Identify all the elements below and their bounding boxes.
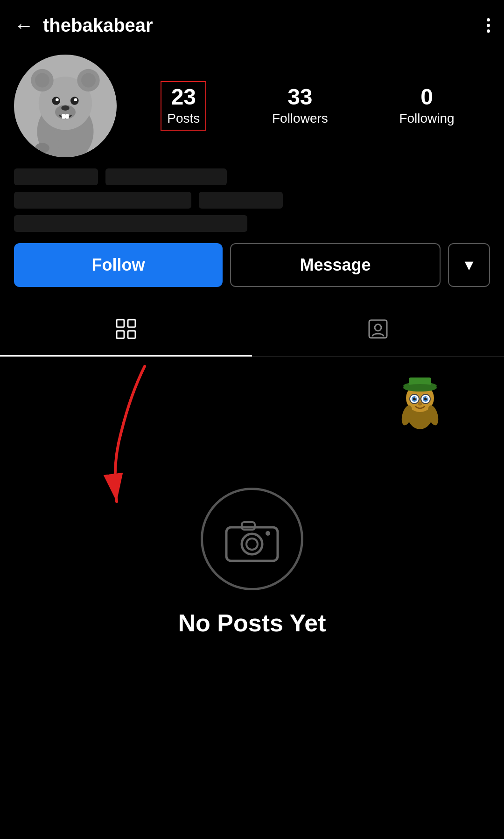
followers-count: 33: [287, 86, 312, 108]
svg-point-10: [74, 98, 77, 102]
svg-rect-21: [369, 320, 387, 338]
svg-rect-14: [65, 114, 69, 119]
following-stat[interactable]: 0 Following: [393, 82, 460, 130]
bio-blurred-1: [14, 168, 98, 185]
header-left: ← thebakabear: [14, 15, 153, 36]
svg-point-27: [403, 384, 437, 392]
action-buttons: Follow Message ▼: [14, 243, 490, 287]
grid-icon: [116, 319, 136, 343]
posts-count: 23: [171, 86, 196, 108]
svg-rect-19: [117, 331, 124, 338]
svg-rect-44: [242, 522, 255, 530]
following-label: Following: [399, 111, 454, 126]
dot1: [487, 18, 490, 21]
avatar-container: [14, 55, 117, 157]
bio-row-1: [14, 168, 490, 185]
more-options-button[interactable]: [487, 18, 490, 33]
svg-rect-20: [128, 331, 135, 338]
bio-row-2: [14, 192, 490, 209]
more-dropdown-button[interactable]: ▼: [448, 243, 490, 287]
bio-row-3: [14, 215, 490, 232]
svg-point-9: [56, 98, 59, 102]
followers-stat[interactable]: 33 Followers: [266, 82, 334, 130]
followers-label: Followers: [272, 111, 328, 126]
bio-blurred-3: [14, 192, 191, 209]
profile-top: 23 Posts 33 Followers 0 Following: [14, 55, 490, 157]
dot2: [487, 24, 490, 27]
content-area: No Posts Yet: [0, 357, 504, 777]
following-count: 0: [420, 86, 433, 108]
svg-point-43: [246, 538, 258, 550]
svg-point-16: [35, 143, 49, 153]
tabs-section: [0, 306, 504, 357]
posts-stat[interactable]: 23 Posts: [161, 81, 206, 131]
svg-point-35: [415, 397, 417, 399]
camera-circle: [201, 488, 303, 590]
posts-label: Posts: [167, 111, 200, 126]
svg-point-37: [418, 402, 422, 406]
svg-point-45: [266, 531, 270, 536]
bio-blurred-5: [14, 215, 247, 232]
bio-blurred-2: [105, 168, 227, 185]
svg-rect-17: [117, 320, 124, 327]
no-posts-text: No Posts Yet: [178, 609, 326, 637]
profile-section: 23 Posts 33 Followers 0 Following: [0, 45, 504, 287]
avatar[interactable]: [14, 55, 117, 157]
svg-rect-41: [226, 527, 278, 561]
tab-grid[interactable]: [0, 306, 252, 357]
red-arrow: [75, 357, 168, 517]
header: ← thebakabear: [0, 0, 504, 45]
tagged-icon: [368, 319, 388, 343]
dot3: [487, 29, 490, 33]
bio-section: [14, 168, 490, 232]
svg-point-6: [81, 73, 96, 88]
svg-point-12: [61, 105, 70, 111]
sticker-character: [392, 371, 448, 432]
message-button[interactable]: Message: [230, 243, 441, 287]
bio-blurred-4: [199, 192, 283, 209]
svg-point-4: [35, 73, 49, 88]
stats-container: 23 Posts 33 Followers 0 Following: [131, 81, 490, 131]
svg-rect-13: [62, 114, 65, 119]
svg-rect-18: [128, 320, 135, 327]
tab-tagged[interactable]: [252, 306, 504, 357]
svg-point-22: [375, 324, 381, 331]
follow-button[interactable]: Follow: [14, 243, 223, 287]
svg-point-36: [426, 397, 428, 399]
svg-point-42: [242, 534, 262, 554]
username-header: thebakabear: [43, 15, 153, 36]
back-button[interactable]: ←: [14, 16, 34, 35]
